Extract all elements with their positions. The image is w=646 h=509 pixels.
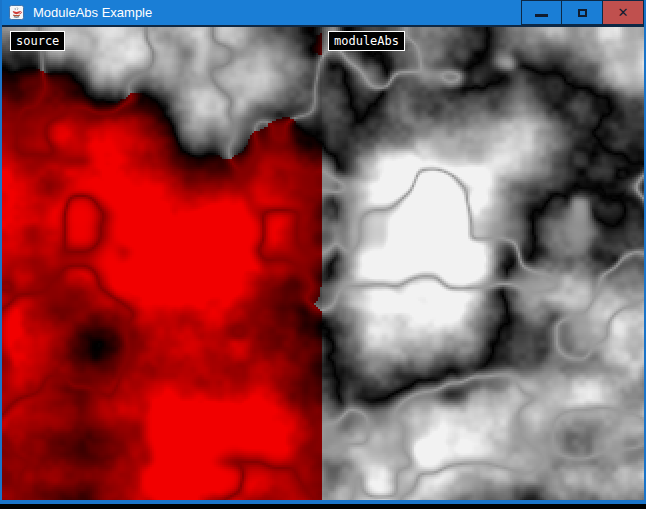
close-icon: ✕ (618, 6, 629, 19)
source-panel-label: source (10, 31, 65, 51)
window-title: ModuleAbs Example (33, 5, 152, 20)
app-window: ModuleAbs Example ✕ source moduleAbs (0, 0, 646, 504)
maximize-icon (578, 9, 587, 17)
noise-render-canvas (2, 27, 644, 500)
moduleabs-panel-label: moduleAbs (328, 31, 405, 51)
window-controls: ✕ (521, 0, 644, 25)
titlebar: ModuleAbs Example ✕ (2, 0, 644, 27)
java-coffee-cup-icon (9, 5, 24, 20)
close-button[interactable]: ✕ (603, 0, 644, 25)
minimize-icon (535, 14, 548, 17)
client-area: source moduleAbs (2, 27, 644, 500)
maximize-button[interactable] (562, 0, 603, 25)
minimize-button[interactable] (521, 0, 562, 25)
